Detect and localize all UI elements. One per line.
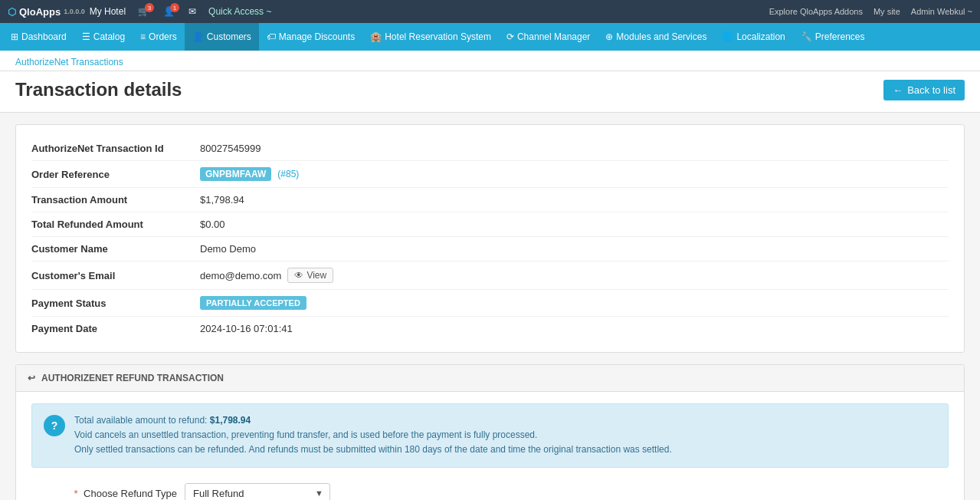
modules-icon: ⊕ <box>605 31 613 42</box>
refund-type-row: * Choose Refund Type Full Refund ▼ Full … <box>31 483 949 500</box>
breadcrumb: AuthorizeNet Transactions <box>0 51 980 71</box>
preferences-icon: 🔧 <box>801 31 812 42</box>
dropdown-selected-value: Full Refund <box>193 488 244 499</box>
nav-orders[interactable]: ≡ Orders <box>133 23 185 51</box>
eye-icon: 👁 <box>294 270 303 281</box>
catalog-icon: ☰ <box>82 31 90 42</box>
nav-bar: ⊞ Dashboard ☰ Catalog ≡ Orders 👤 Custome… <box>0 23 980 51</box>
nav-label-dashboard: Dashboard <box>21 31 67 42</box>
right-links: Explore QloApps Addons My site Admin Web… <box>769 7 972 16</box>
info-icon: ? <box>44 415 65 436</box>
refund-type-label: * Choose Refund Type <box>31 483 177 499</box>
refunded-label: Total Refunded Amount <box>31 219 200 230</box>
status-badge: PARTIALLY ACCEPTED <box>200 296 306 310</box>
nav-label-catalog: Catalog <box>93 31 125 42</box>
transaction-id-row: AuthorizeNet Transaction Id 80027545999 <box>31 137 949 161</box>
required-star: * <box>74 488 77 499</box>
order-ref-value: GNPBMFAAW (#85) <box>200 167 299 181</box>
back-to-list-label: Back to list <box>907 84 955 96</box>
email-text: demo@demo.com <box>200 270 281 281</box>
nav-hotel[interactable]: 🏨 Hotel Reservation System <box>362 23 499 51</box>
refund-type-control: Full Refund ▼ Full Refund Partial Refund… <box>185 483 330 500</box>
hotel-icon: 🏨 <box>370 31 382 42</box>
info-text: Total available amount to refund: $1,798… <box>74 413 672 458</box>
nav-modules[interactable]: ⊕ Modules and Services <box>598 23 714 51</box>
refund-type-dropdown[interactable]: Full Refund ▼ Full Refund Partial Refund… <box>185 483 330 500</box>
back-arrow-icon: ← <box>893 84 903 96</box>
order-ref-row: Order Reference GNPBMFAAW (#85) <box>31 161 949 188</box>
payment-status-row: Payment Status PARTIALLY ACCEPTED <box>31 290 949 317</box>
amount-label: Transaction Amount <box>31 194 200 206</box>
payment-status-value: PARTIALLY ACCEPTED <box>200 296 306 310</box>
order-ref-link[interactable]: (#85) <box>277 169 299 179</box>
nav-label-hotel: Hotel Reservation System <box>385 31 491 42</box>
transaction-detail-section: AuthorizeNet Transaction Id 80027545999 … <box>15 124 965 353</box>
refund-header: ↩ AUTHORIZENET REFUND TRANSACTION <box>16 365 964 392</box>
transaction-id-value: 80027545999 <box>200 143 261 154</box>
content-area: AuthorizeNet Transaction Id 80027545999 … <box>0 113 980 500</box>
refunded-row: Total Refunded Amount $0.00 <box>31 212 949 237</box>
orders-nav-icon: ≡ <box>140 31 146 42</box>
info-box: ? Total available amount to refund: $1,7… <box>31 403 949 468</box>
nav-localization[interactable]: 🌐 Localization <box>714 23 792 51</box>
nav-dashboard[interactable]: ⊞ Dashboard <box>3 23 74 51</box>
payment-date-value: 2024-10-16 07:01:41 <box>200 323 293 334</box>
info-settled-line: Only settled transactions can be refunde… <box>74 442 672 457</box>
nav-channel[interactable]: ⟳ Channel Manager <box>499 23 598 51</box>
my-site-link[interactable]: My site <box>873 7 900 16</box>
nav-label-customers: Customers <box>207 31 251 42</box>
customers-icon: 👤 <box>192 31 204 42</box>
orders-icon[interactable]: 👤1 <box>163 6 175 17</box>
view-email-button[interactable]: 👁 View <box>287 268 333 283</box>
nav-label-discounts: Manage Discounts <box>279 31 355 42</box>
email-value: demo@demo.com 👁 View <box>200 268 333 283</box>
nav-discounts[interactable]: 🏷 Manage Discounts <box>259 23 362 51</box>
dashboard-icon: ⊞ <box>11 31 18 42</box>
top-icons: 🛒3 👤1 ✉ <box>138 6 196 17</box>
breadcrumb-link[interactable]: AuthorizeNet Transactions <box>15 57 123 67</box>
payment-date-row: Payment Date 2024-10-16 07:01:41 <box>31 317 949 340</box>
order-ref-badge[interactable]: GNPBMFAAW <box>200 167 271 181</box>
payment-date-label: Payment Date <box>31 323 200 334</box>
customer-name-label: Customer Name <box>31 243 200 255</box>
top-bar: ⬡ QloApps 1.0.0.0 My Hotel 🛒3 👤1 ✉ Quick… <box>0 0 980 23</box>
nav-preferences[interactable]: 🔧 Preferences <box>793 23 873 51</box>
order-ref-label: Order Reference <box>31 169 200 180</box>
messages-icon[interactable]: ✉ <box>188 6 196 17</box>
page-title: Transaction details <box>15 79 182 100</box>
refund-header-label: AUTHORIZENET REFUND TRANSACTION <box>41 373 224 383</box>
email-row: Customer's Email demo@demo.com 👁 View <box>31 262 949 290</box>
quick-access-link[interactable]: Quick Access ~ <box>208 6 271 17</box>
refund-section: ↩ AUTHORIZENET REFUND TRANSACTION ? Tota… <box>15 364 965 500</box>
nav-label-channel: Channel Manager <box>517 31 590 42</box>
info-amount-line: Total available amount to refund: $1,798… <box>74 413 672 428</box>
nav-customers[interactable]: 👤 Customers <box>185 23 259 51</box>
dropdown-chevron-icon: ▼ <box>315 488 323 498</box>
hotel-name[interactable]: My Hotel <box>90 6 126 17</box>
nav-label-modules: Modules and Services <box>616 31 706 42</box>
transaction-id-label: AuthorizeNet Transaction Id <box>31 143 200 154</box>
email-label: Customer's Email <box>31 270 200 281</box>
refund-body: ? Total available amount to refund: $1,7… <box>16 392 964 500</box>
channel-icon: ⟳ <box>506 31 514 42</box>
view-label: View <box>306 270 326 281</box>
logo: ⬡ QloApps 1.0.0.0 <box>8 6 85 18</box>
customer-name-value: Demo Demo <box>200 243 256 255</box>
discounts-icon: 🏷 <box>267 31 276 42</box>
info-void-line: Void cancels an unsettled transaction, p… <box>74 428 672 442</box>
reply-icon: ↩ <box>28 373 35 383</box>
explore-addons-link[interactable]: Explore QloApps Addons <box>769 7 863 16</box>
nav-catalog[interactable]: ☰ Catalog <box>74 23 133 51</box>
localization-icon: 🌐 <box>722 31 733 42</box>
payment-status-label: Payment Status <box>31 298 200 309</box>
refunded-value: $0.00 <box>200 219 225 230</box>
amount-value: $1,798.94 <box>200 194 244 206</box>
nav-label-orders: Orders <box>149 31 177 42</box>
cart-icon[interactable]: 🛒3 <box>138 6 149 17</box>
amount-row: Transaction Amount $1,798.94 <box>31 188 949 212</box>
page-header: Transaction details ← Back to list <box>0 71 980 113</box>
admin-link[interactable]: Admin Webkul ~ <box>911 7 972 16</box>
customer-name-row: Customer Name Demo Demo <box>31 237 949 262</box>
back-to-list-button[interactable]: ← Back to list <box>883 80 965 100</box>
nav-label-preferences: Preferences <box>815 31 865 42</box>
